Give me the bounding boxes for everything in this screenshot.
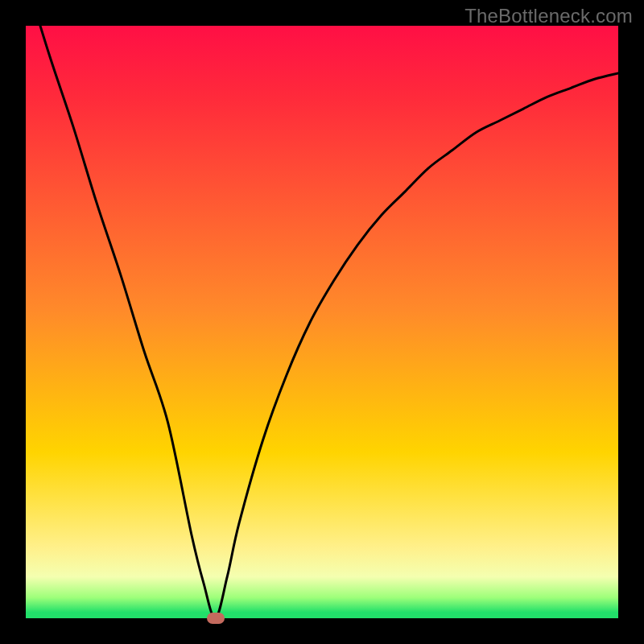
watermark-text: TheBottleneck.com [464, 5, 633, 27]
chart-frame: TheBottleneck.com [0, 0, 644, 644]
bottleneck-curve [26, 26, 618, 618]
optimal-point-marker [207, 613, 225, 624]
plot-area [26, 26, 618, 618]
